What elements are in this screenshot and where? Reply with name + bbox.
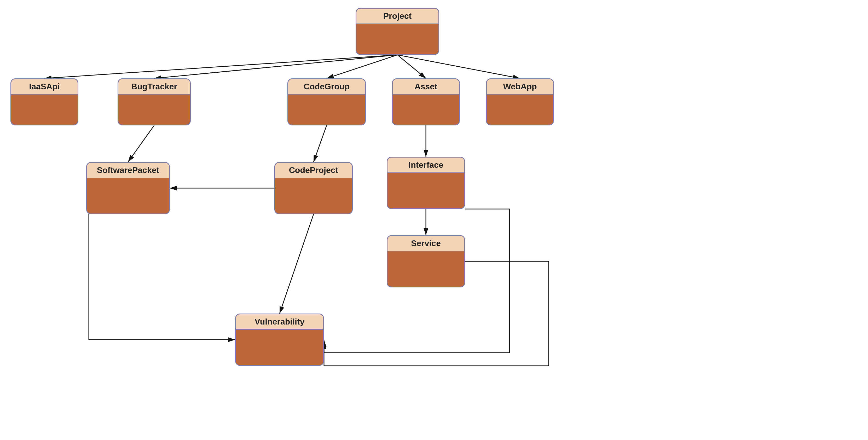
svg-line-3	[397, 55, 426, 78]
node-project: Project	[355, 8, 439, 55]
svg-line-4	[397, 55, 520, 78]
node-softwarepacket-label: SoftwarePacket	[87, 163, 169, 178]
arrows-svg	[0, 0, 868, 440]
node-project-body	[356, 24, 438, 54]
node-bugtracker-label: BugTracker	[118, 79, 190, 95]
node-service: Service	[387, 235, 465, 287]
node-softwarepacket: SoftwarePacket	[86, 162, 170, 214]
node-interface: Interface	[387, 157, 465, 209]
node-softwarepacket-body	[87, 178, 169, 214]
node-webapp: WebApp	[486, 78, 554, 125]
node-codegroup: CodeGroup	[287, 78, 366, 125]
svg-line-1	[154, 55, 397, 78]
svg-line-0	[44, 55, 397, 78]
node-codegroup-label: CodeGroup	[288, 79, 365, 95]
svg-line-2	[327, 55, 397, 78]
node-interface-label: Interface	[388, 158, 464, 173]
node-vulnerability-body	[236, 330, 323, 365]
svg-line-5	[314, 125, 327, 162]
node-project-label: Project	[356, 9, 438, 24]
node-iaasapi: IaaSApi	[10, 78, 79, 125]
node-codegroup-body	[288, 95, 365, 125]
svg-line-7	[128, 125, 154, 162]
node-codeproject-body	[275, 178, 352, 214]
node-vulnerability-label: Vulnerability	[236, 314, 323, 330]
node-webapp-label: WebApp	[487, 79, 553, 95]
node-codeproject: CodeProject	[274, 162, 353, 214]
node-iaasapi-body	[11, 95, 78, 125]
node-asset-body	[393, 95, 459, 125]
node-codeproject-label: CodeProject	[275, 163, 352, 178]
node-service-body	[388, 251, 464, 287]
node-interface-body	[388, 173, 464, 208]
node-bugtracker-body	[118, 95, 190, 125]
node-asset-label: Asset	[393, 79, 459, 95]
svg-line-10	[280, 214, 314, 314]
diagram-container: Project IaaSApi BugTracker CodeGroup Ass…	[0, 0, 868, 440]
node-bugtracker: BugTracker	[118, 78, 191, 125]
node-webapp-body	[487, 95, 553, 125]
node-service-label: Service	[388, 236, 464, 251]
node-vulnerability: Vulnerability	[235, 314, 324, 366]
node-iaasapi-label: IaaSApi	[11, 79, 78, 95]
node-asset: Asset	[392, 78, 460, 125]
